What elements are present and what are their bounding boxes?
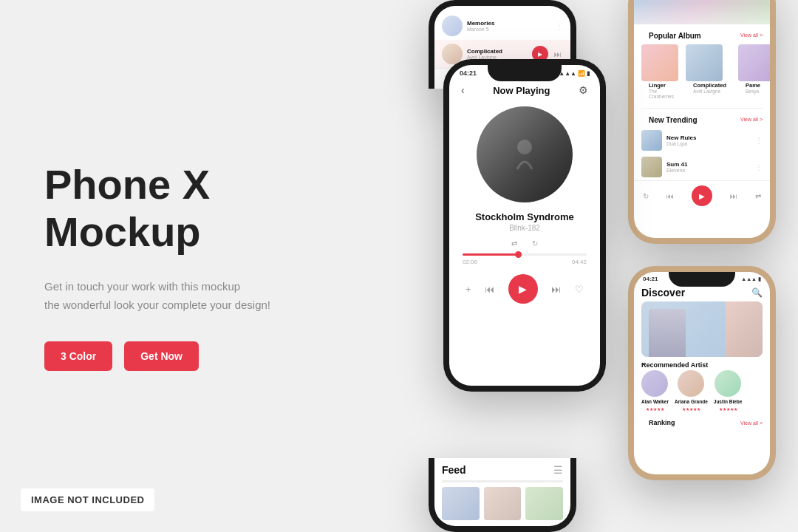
now-playing-content: 04:21 ▲▲▲ 📶 ▮ ‹ Now Playing ⚙ <box>449 65 600 386</box>
subtitle: Get in touch your work with this mockup … <box>44 277 325 315</box>
artist-row: Alan Walker ★★★★★ Ariana Grande ★★★★★ Ju… <box>634 370 770 416</box>
artist-avatar <box>715 370 741 397</box>
status-icons: ▲▲▲ ▮ <box>741 276 761 282</box>
feed-card <box>525 487 563 520</box>
status-time: 04:21 <box>643 276 658 282</box>
heart-icon[interactable]: ♡ <box>575 284 584 295</box>
feed-screen: Feed ☰ <box>434 458 570 526</box>
track-info: Sum 41 Elevene <box>666 161 751 173</box>
progress-area: 02:06 04:42 <box>449 250 600 268</box>
shuffle-icon[interactable]: ⇄ <box>755 192 761 200</box>
phone-music-list: Popular Album View all > Linger The Cran… <box>628 0 776 244</box>
more-icon[interactable]: ⋮ <box>755 137 763 145</box>
battery-icon: ▮ <box>758 276 761 282</box>
phone-discover: 04:21 ▲▲▲ ▮ Discover 🔍 Recommended Artis… <box>628 266 776 480</box>
album-artist: The Cranberries <box>641 89 681 102</box>
add-icon[interactable]: + <box>466 284 471 295</box>
artist-item: Justin Biebe ★★★★★ <box>714 370 743 412</box>
track-title: Complicated <box>467 48 528 55</box>
back-icon[interactable]: ‹ <box>461 84 465 96</box>
feed-divider <box>442 480 563 482</box>
search-icon[interactable]: 🔍 <box>751 287 763 298</box>
phone-now-playing: 04:21 ▲▲▲ 📶 ▮ ‹ Now Playing ⚙ <box>443 59 606 392</box>
settings-icon[interactable]: ⚙ <box>579 84 588 96</box>
song-title: Stockholm Syndrome <box>449 208 600 224</box>
ranking-view-all[interactable]: View all > <box>740 420 763 426</box>
mini-player-bar: ↻ ⏮ ▶ ⏭ ⇄ <box>634 180 770 211</box>
next-icon[interactable]: ⏭ <box>730 192 737 200</box>
feed-header: Feed ☰ <box>442 464 563 476</box>
prev-icon[interactable]: ⏮ <box>666 192 674 200</box>
signal-icon: ▲▲▲ <box>559 70 576 77</box>
main-title: Phone X Mockup <box>44 161 325 256</box>
track-thumbnail <box>641 130 662 151</box>
album-thumbnail <box>686 44 723 81</box>
phone-notch <box>669 272 735 287</box>
view-all-link[interactable]: View all > <box>740 117 763 122</box>
album-artist: Avril Lavigne <box>686 89 734 97</box>
feed-cards <box>442 487 563 520</box>
repeat-icon[interactable]: ↻ <box>643 192 649 200</box>
album-item: Pame Besya <box>738 44 770 102</box>
get-now-button[interactable]: Get Now <box>124 341 199 371</box>
more-icon[interactable]: ⋮ <box>556 22 563 30</box>
artist-avatar <box>678 370 704 397</box>
track-artist: Maroon 5 <box>467 27 551 32</box>
recommended-artist-title: Recommended Artist <box>634 357 770 370</box>
album-artist: Besya <box>738 89 770 97</box>
artist-name: Ariana Grande <box>675 399 708 404</box>
phones-area: Memories Maroon 5 ⋮ Complicated Avril La… <box>325 0 798 532</box>
artist-name: Blink-182 <box>449 224 600 236</box>
svg-point-0 <box>517 140 532 154</box>
ranking-title: Ranking <box>641 417 683 428</box>
play-button[interactable]: ▶ <box>692 185 712 206</box>
music-screen-content: Popular Album View all > Linger The Cran… <box>634 0 770 238</box>
shuffle-icon[interactable]: ⇄ <box>511 239 517 248</box>
popular-album-title: Popular Album <box>641 27 709 43</box>
feed-content: Feed ☰ <box>434 458 570 526</box>
next-icon[interactable]: ⏭ <box>551 284 561 295</box>
status-time: 04:21 <box>460 69 477 77</box>
progress-bar[interactable] <box>463 253 587 256</box>
artist-item: Ariana Grande ★★★★★ <box>675 370 708 412</box>
total-time: 04:42 <box>572 259 587 265</box>
current-time: 02:06 <box>463 259 477 265</box>
artist-rating: ★★★★★ <box>682 406 700 412</box>
artist-avatar <box>641 370 668 397</box>
track-title: New Rules <box>666 134 751 141</box>
wifi-icon: 📶 <box>578 70 585 77</box>
discover-screen: 04:21 ▲▲▲ ▮ Discover 🔍 Recommended Artis… <box>634 272 770 474</box>
album-item: Complicated Avril Lavigne <box>686 44 734 102</box>
track-info: New Rules Dua Lipa <box>666 134 751 146</box>
track-info: Complicated Avril Lavigne <box>467 48 528 60</box>
album-name: Pame <box>738 81 770 89</box>
hero-image <box>641 301 763 357</box>
button-group: 3 Color Get Now <box>44 341 325 371</box>
prev-icon[interactable]: ⏮ <box>485 284 494 295</box>
playback-controls: + ⏮ ▶ ⏭ ♡ <box>449 268 600 310</box>
menu-icon[interactable]: ☰ <box>553 464 563 476</box>
header-image <box>634 0 770 24</box>
signal-icon: ▲▲▲ <box>741 276 757 282</box>
more-icon[interactable]: ⋮ <box>755 163 763 171</box>
list-item: Memories Maroon 5 ⋮ <box>434 12 570 40</box>
color-button[interactable]: 3 Color <box>44 341 112 371</box>
status-icons: ▲▲▲ 📶 ▮ <box>559 69 590 77</box>
skip-icon[interactable]: ⏭ <box>553 50 563 58</box>
repeat-icon[interactable]: ↻ <box>532 239 538 248</box>
track-title: Sum 41 <box>666 161 751 168</box>
play-pause-button[interactable]: ▶ <box>508 274 538 304</box>
track-title: Memories <box>467 20 551 27</box>
artist-item: Alan Walker ★★★★★ <box>641 370 669 412</box>
discover-title: Discover <box>641 287 685 299</box>
feed-title: Feed <box>442 464 466 476</box>
phone-notch <box>488 65 562 81</box>
view-all-link[interactable]: View all > <box>740 33 763 38</box>
artist-name: Alan Walker <box>641 399 669 404</box>
image-not-included-badge: IMAGE NOT INCLUDED <box>21 488 154 511</box>
track-thumbnail <box>442 16 463 36</box>
battery-icon: ▮ <box>587 70 590 77</box>
phone-feed: Feed ☰ <box>429 458 576 532</box>
album-thumbnail <box>738 44 770 81</box>
track-thumbnail <box>641 157 662 177</box>
